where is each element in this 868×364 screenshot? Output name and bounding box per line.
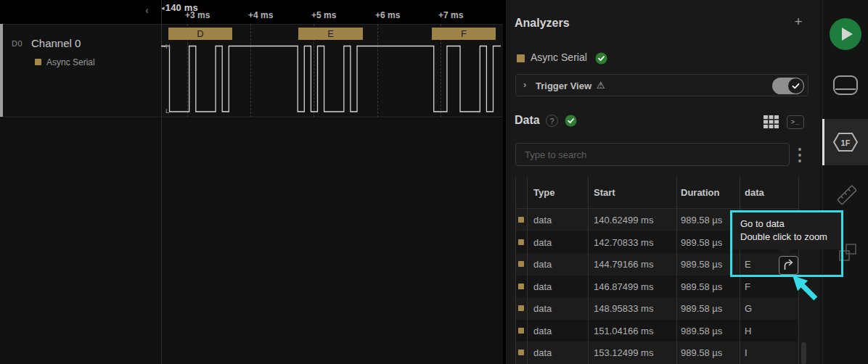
cell-data: H xyxy=(745,326,751,336)
go-to-arrow-icon xyxy=(779,257,798,274)
cell-duration: 989.58 µs xyxy=(681,347,722,358)
measure-button[interactable] xyxy=(822,180,868,210)
analyzer-side-panel: Analyzers + Async Serial › Trigger View … xyxy=(506,0,821,364)
row-analyzer-swatch xyxy=(518,217,524,223)
svg-text:1F: 1F xyxy=(841,138,851,147)
cell-start: 142.70833 ms xyxy=(594,237,653,248)
timeline-tick-label: +4 ms xyxy=(248,10,273,20)
cell-start: 146.87499 ms xyxy=(594,281,653,292)
col-header-data[interactable]: data xyxy=(745,187,764,198)
col-header-duration[interactable]: Duration xyxy=(681,187,719,198)
row-analyzer-swatch xyxy=(518,328,524,334)
col-header-start[interactable]: Start xyxy=(594,187,615,198)
cell-type: data xyxy=(533,303,552,314)
capture-tab-active[interactable]: 1F xyxy=(822,119,868,165)
timeline-tick-label: +7 ms xyxy=(438,10,463,20)
cell-data: I xyxy=(745,347,748,358)
run-capture-button[interactable] xyxy=(830,18,861,50)
trigger-view-label: Trigger View xyxy=(536,80,591,91)
cell-duration: 989.58 µs xyxy=(681,281,722,292)
toggle-check-icon xyxy=(788,78,803,94)
high-level-label: –H xyxy=(162,43,171,50)
channel-name[interactable]: Channel 0 xyxy=(31,37,81,49)
table-view-icon[interactable] xyxy=(763,115,779,128)
kebab-menu-icon[interactable]: ••• xyxy=(796,146,803,164)
low-level-label: L xyxy=(165,107,169,115)
timeline-tick-label: +5 ms xyxy=(311,10,336,20)
cell-data: F xyxy=(745,281,750,292)
cell-type: data xyxy=(533,281,552,292)
cell-duration: 989.58 µs xyxy=(681,259,722,270)
data-title: Data xyxy=(515,114,540,127)
cell-start: 153.12499 ms xyxy=(594,347,653,358)
tooltip-line-1: Go to data xyxy=(740,218,833,231)
logic-analyzer-app: ‹ ◂140 ms +3 ms+4 ms+5 ms+6 ms+7 ms D0 C… xyxy=(0,0,868,364)
cell-duration: 989.58 µs xyxy=(681,237,722,248)
analyzers-title: Analyzers xyxy=(515,17,570,30)
timeline-ruler: ‹ ◂140 ms +3 ms+4 ms+5 ms+6 ms+7 ms xyxy=(0,0,503,24)
timeline-tick-label: +3 ms xyxy=(185,10,210,20)
waveform-panel: ‹ ◂140 ms +3 ms+4 ms+5 ms+6 ms+7 ms D0 C… xyxy=(0,0,503,364)
cell-start: 140.62499 ms xyxy=(594,215,653,226)
channel-analyzer-label[interactable]: Async Serial xyxy=(46,57,95,67)
table-row[interactable]: data148.95833 ms989.58 µsG xyxy=(515,297,799,320)
cell-type: data xyxy=(533,326,552,336)
row-analyzer-swatch xyxy=(518,284,524,289)
trigger-view-row[interactable]: › Trigger View ⚠ xyxy=(515,74,808,96)
cell-type: data xyxy=(533,215,552,226)
hex-frame-icon: 1F xyxy=(822,119,868,165)
row-analyzer-swatch xyxy=(518,305,524,311)
cell-start: 144.79166 ms xyxy=(594,259,653,270)
cell-start: 151.04166 ms xyxy=(594,326,653,336)
analyzer-color-swatch xyxy=(517,54,525,62)
col-header-type[interactable]: Type xyxy=(533,187,554,198)
cell-duration: 989.58 µs xyxy=(681,215,722,226)
device-icon xyxy=(822,70,868,102)
warning-icon: ⚠ xyxy=(597,80,605,91)
table-scrollbar-thumb[interactable] xyxy=(801,342,806,364)
channel-analyzer-swatch xyxy=(35,59,41,65)
cell-start: 148.95833 ms xyxy=(594,303,653,314)
table-row[interactable]: data151.04166 ms989.58 µsH xyxy=(515,320,799,342)
cell-type: data xyxy=(533,259,552,270)
row-analyzer-swatch xyxy=(518,239,524,245)
table-row[interactable]: data153.12499 ms989.58 µsI xyxy=(515,342,799,364)
tooltip-bubble: Go to data Double click to zoom xyxy=(732,212,841,249)
timeline-tick-label: +6 ms xyxy=(375,10,400,20)
analyzer-item-async-serial[interactable]: Async Serial xyxy=(531,51,587,63)
row-analyzer-swatch xyxy=(518,261,524,267)
table-row[interactable]: data146.87499 ms989.58 µsF xyxy=(515,276,799,298)
cell-duration: 989.58 µs xyxy=(681,326,722,336)
timeline-back-icon[interactable]: ‹ xyxy=(145,4,157,17)
trigger-view-toggle[interactable] xyxy=(772,78,804,94)
data-ok-check-icon xyxy=(565,115,577,127)
channel-selection-strip xyxy=(0,24,3,117)
cell-hover-highlight: Go to data Double click to zoom xyxy=(730,210,843,277)
help-icon[interactable]: ? xyxy=(546,115,558,127)
channel-id: D0 xyxy=(12,39,22,48)
go-to-data-button[interactable] xyxy=(779,256,798,275)
analyzer-ok-check-icon xyxy=(595,52,607,65)
cell-data: G xyxy=(745,303,752,314)
cell-type: data xyxy=(533,237,552,248)
digital-waveform[interactable] xyxy=(161,24,503,117)
cell-type: data xyxy=(533,347,552,358)
device-settings-button[interactable] xyxy=(822,70,868,102)
cell-duration: 989.58 µs xyxy=(681,303,722,314)
empty-track-area xyxy=(0,118,503,364)
search-box xyxy=(515,143,790,166)
terminal-view-icon[interactable]: >_ xyxy=(787,115,804,129)
play-icon xyxy=(830,18,861,50)
tooltip-notch xyxy=(779,249,792,256)
chevron-right-icon[interactable]: › xyxy=(523,79,526,90)
ruler-icon xyxy=(822,180,868,210)
add-analyzer-button[interactable]: + xyxy=(792,15,805,28)
tooltip-line-2: Double click to zoom xyxy=(740,231,833,244)
toggle-knob xyxy=(788,78,803,94)
row-analyzer-swatch xyxy=(518,349,524,355)
search-input[interactable] xyxy=(516,144,789,165)
right-sidebar-rail: 1F xyxy=(822,0,868,364)
